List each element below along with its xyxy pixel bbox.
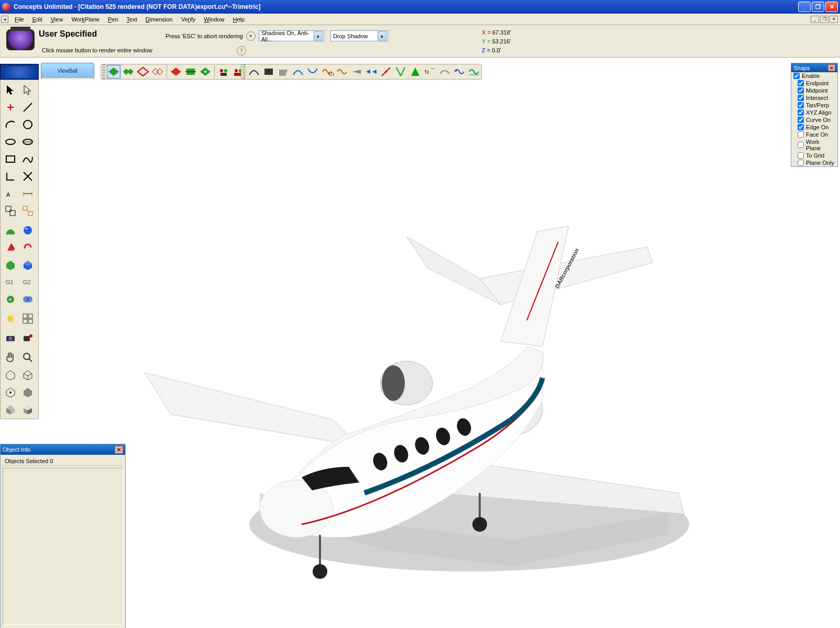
- shade-2[interactable]: [2, 400, 19, 418]
- iso-view-2[interactable]: [19, 366, 36, 383]
- ellipse-tool[interactable]: [2, 133, 19, 150]
- shade-1[interactable]: [19, 383, 36, 400]
- ungroup-tool[interactable]: [19, 202, 36, 219]
- corner-tool[interactable]: [2, 167, 19, 185]
- curve-btn-15[interactable]: [452, 65, 466, 78]
- arc-tool[interactable]: [2, 116, 19, 133]
- add-shape-tool[interactable]: +: [2, 290, 19, 308]
- pan-tool[interactable]: [2, 349, 19, 366]
- iso-view-3[interactable]: [2, 383, 19, 400]
- solid-green-tool[interactable]: [2, 256, 19, 273]
- menu-view[interactable]: View: [47, 15, 68, 24]
- snap-checkbox-curve-on[interactable]: [798, 117, 804, 123]
- view-btn-7[interactable]: [198, 65, 212, 78]
- view-btn-2[interactable]: [121, 65, 135, 78]
- curve-btn-10[interactable]: [379, 65, 393, 78]
- trim-tool[interactable]: [19, 167, 36, 185]
- toolbar-grip[interactable]: [102, 64, 105, 79]
- snap-checkbox-intersect[interactable]: [798, 95, 804, 101]
- pointer-alt-tool[interactable]: [19, 81, 36, 98]
- text-tool[interactable]: A: [2, 185, 19, 202]
- close-button[interactable]: ✕: [825, 2, 838, 12]
- menu-pen[interactable]: Pen: [104, 15, 123, 24]
- snap-checkbox-face-on[interactable]: [798, 131, 804, 138]
- line-tool[interactable]: [19, 98, 36, 116]
- rect-tool[interactable]: [2, 150, 19, 167]
- snap-checkbox-tan-perp[interactable]: [798, 102, 804, 108]
- menu-help[interactable]: Help: [228, 15, 249, 24]
- zoom-tool[interactable]: [19, 349, 36, 366]
- curve-btn-12[interactable]: [408, 65, 422, 78]
- view-btn-1[interactable]: [107, 65, 120, 78]
- view-btn-4[interactable]: [151, 65, 164, 78]
- curve-btn-3[interactable]: [277, 65, 290, 78]
- snap-checkbox-work-plane[interactable]: [798, 142, 804, 148]
- curve-btn-2[interactable]: [262, 65, 275, 78]
- curve-btn-11[interactable]: [394, 65, 407, 78]
- curve-btn-5[interactable]: [306, 65, 319, 78]
- light-tool[interactable]: [2, 310, 19, 327]
- dimension-tool[interactable]: [19, 185, 36, 202]
- curve-btn-6[interactable]: Cn: [320, 65, 334, 78]
- menu-verify[interactable]: Verify: [177, 15, 200, 24]
- view-btn-3[interactable]: [136, 65, 150, 78]
- menu-text[interactable]: Text: [123, 15, 141, 24]
- mdi-restore-button[interactable]: ❐: [820, 16, 828, 23]
- iso-view-1[interactable]: [2, 366, 19, 383]
- view-btn-6[interactable]: [184, 65, 197, 78]
- toolbar-grip-2[interactable]: [242, 64, 246, 79]
- viewball-title[interactable]: ViewBall: [41, 63, 94, 78]
- snap-checkbox-plane-only[interactable]: [798, 160, 804, 166]
- group-tool[interactable]: [2, 202, 19, 219]
- solid-blue-tool[interactable]: [19, 256, 36, 273]
- layers-tool[interactable]: [19, 310, 36, 327]
- surface-tool[interactable]: [2, 221, 19, 239]
- point-tool[interactable]: [2, 98, 19, 116]
- render-tool[interactable]: [2, 329, 19, 346]
- snap-checkbox-xyz-align[interactable]: [798, 109, 804, 116]
- boolean-tool[interactable]: [19, 290, 36, 308]
- menu-workplane[interactable]: WorkPlane: [67, 15, 104, 24]
- shadows-dropdown[interactable]: Shadows On, Anti-Ali...: [259, 30, 324, 41]
- mdi-close-button[interactable]: ✕: [830, 16, 838, 23]
- system-menu-icon[interactable]: ◄: [1, 16, 8, 23]
- curve-btn-4[interactable]: [291, 65, 305, 78]
- snap-checkbox-edge-on[interactable]: [798, 124, 804, 130]
- curve-btn-8[interactable]: [350, 65, 363, 78]
- shade-3[interactable]: [19, 400, 36, 418]
- curve-btn-7[interactable]: [335, 65, 349, 78]
- help-icon[interactable]: ?: [237, 46, 246, 55]
- curve-btn-9[interactable]: [364, 65, 378, 78]
- viewport-3d[interactable]: DARcorporation AeroPack: [40, 80, 840, 628]
- curve-btn-16[interactable]: [467, 65, 481, 78]
- maximize-button[interactable]: ❐: [812, 2, 824, 12]
- menu-file[interactable]: File: [10, 15, 28, 24]
- mdi-minimize-button[interactable]: _: [811, 16, 819, 23]
- pointer-tool[interactable]: [2, 81, 19, 98]
- curve-btn-1[interactable]: [247, 65, 261, 78]
- ellipse-alt-tool[interactable]: [19, 133, 36, 150]
- view-btn-5[interactable]: [169, 65, 183, 78]
- curve-btn-13[interactable]: fx: [423, 65, 437, 78]
- shadow-type-dropdown[interactable]: Drop Shadow: [330, 30, 388, 41]
- extrude-tool[interactable]: [2, 239, 19, 256]
- animation-tool[interactable]: [19, 329, 36, 346]
- sphere-tool[interactable]: [19, 221, 36, 239]
- render-camera-icon[interactable]: [6, 29, 35, 50]
- snaps-close-button[interactable]: ✕: [828, 64, 835, 71]
- snap-checkbox-enable[interactable]: [793, 73, 800, 79]
- g1-tool[interactable]: G1: [2, 273, 19, 290]
- snap-checkbox-to-grid[interactable]: [798, 152, 804, 159]
- circle-tool[interactable]: [19, 116, 36, 133]
- snap-checkbox-midpoint[interactable]: [798, 87, 804, 94]
- revolve-tool[interactable]: [19, 239, 36, 256]
- menu-edit[interactable]: Edit: [28, 15, 47, 24]
- g2-tool[interactable]: G2: [19, 273, 36, 290]
- snap-checkbox-endpoint[interactable]: [798, 80, 804, 86]
- spline-tool[interactable]: [19, 150, 36, 167]
- view-btn-8[interactable]: [217, 65, 230, 78]
- minimize-button[interactable]: _: [798, 2, 811, 12]
- menu-window[interactable]: Window: [200, 15, 228, 24]
- curve-btn-14[interactable]: [438, 65, 451, 78]
- abort-info-icon[interactable]: ▾: [246, 31, 256, 41]
